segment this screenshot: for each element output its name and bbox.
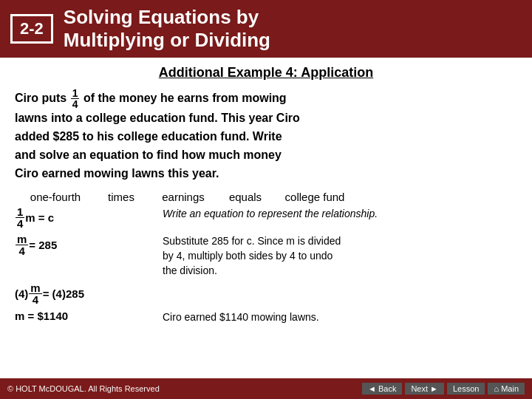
step2-eq: = 285: [29, 239, 57, 251]
footer-copyright: © HOLT McDOUGAL. All Rights Reserved: [7, 384, 160, 393]
home-button[interactable]: ⌂ Main: [488, 383, 525, 395]
content-area: Additional Example 4: Application Ciro p…: [0, 58, 532, 333]
footer: © HOLT McDOUGAL. All Rights Reserved ◄ B…: [0, 378, 532, 399]
header-title: Solving Equations by Multiplying or Divi…: [64, 6, 270, 52]
step3-prefix: (4): [15, 287, 28, 300]
problem-line3: added $285 to his college education fund…: [15, 130, 282, 143]
back-button[interactable]: ◄ Back: [362, 383, 402, 395]
fraction-one-fourth: 1 4: [71, 88, 80, 109]
step2-fraction: m 4: [16, 233, 28, 256]
step-1-math: 1 4 m = c: [15, 206, 163, 229]
step-3: (4) m 4 = (4)285: [15, 282, 517, 305]
label-equals: equals: [220, 191, 270, 203]
step-2-math: m 4 = 285: [15, 233, 163, 256]
lesson-badge: 2-2: [10, 14, 53, 44]
lesson-button[interactable]: Lesson: [447, 383, 485, 395]
step3-fraction: m 4: [29, 282, 41, 305]
step4-result: m = $1140: [15, 310, 68, 322]
label-earnings: earnings: [146, 191, 220, 203]
step-4-math: m = $1140: [15, 310, 163, 322]
problem-line4: and solve an equation to find how much m…: [15, 149, 282, 161]
step-1-desc: Write an equation to represent the relat…: [163, 206, 378, 221]
problem-text: Ciro puts 1 4 of the money he earns from…: [15, 88, 517, 183]
step3-suffix: = (4)285: [43, 287, 84, 300]
label-college-fund: college fund: [270, 191, 359, 203]
step1-fraction: 1 4: [16, 206, 24, 229]
next-button[interactable]: Next ►: [405, 383, 444, 395]
problem-line5: Ciro earned mowing lawns this year.: [15, 167, 219, 180]
footer-nav-buttons: ◄ Back Next ► Lesson ⌂ Main: [362, 383, 525, 395]
problem-line1-suffix: of the money he earns from mowing: [83, 92, 287, 104]
step-2-desc: Substitute 285 for c. Since m is divided…: [163, 233, 341, 279]
problem-line1-prefix: Ciro puts: [15, 92, 66, 104]
step-3-math: (4) m 4 = (4)285: [15, 282, 163, 305]
step-4: m = $1140 Ciro earned $1140 mowing lawns…: [15, 310, 517, 324]
step-2: m 4 = 285 Substitute 285 for c. Since m …: [15, 233, 517, 279]
header: 2-2 Solving Equations by Multiplying or …: [0, 0, 532, 58]
steps-section: 1 4 m = c Write an equation to represent…: [15, 206, 517, 325]
problem-line2: lawns into a college education fund. Thi…: [15, 112, 300, 124]
step1-var: m = c: [25, 211, 54, 224]
label-one-fourth: one-fourth: [15, 191, 96, 203]
step-4-desc: Ciro earned $1140 mowing lawns.: [163, 310, 319, 324]
equation-labels-row: one-fourth times earnings equals college…: [15, 191, 517, 203]
step-1: 1 4 m = c Write an equation to represent…: [15, 206, 517, 229]
label-times: times: [96, 191, 146, 203]
section-title: Additional Example 4: Application: [15, 65, 517, 81]
